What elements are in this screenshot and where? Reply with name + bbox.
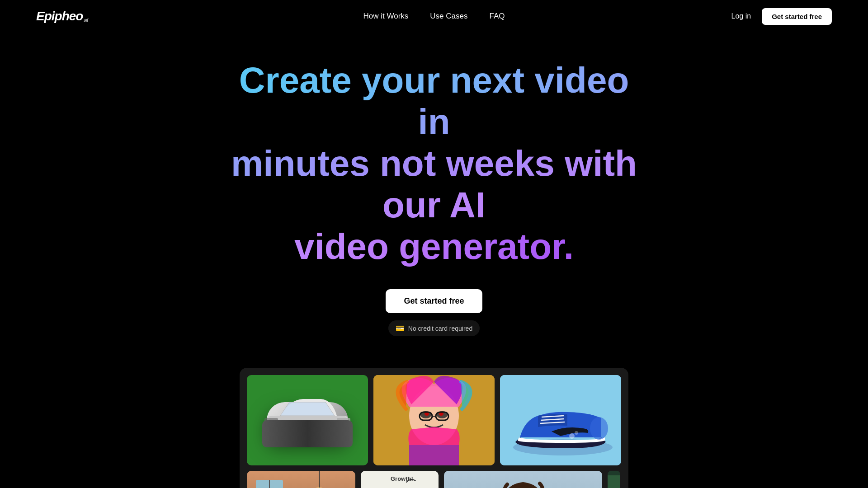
svg-point-26 — [569, 433, 575, 439]
gallery-section: Q1 Q2 Q3 Q4 Growth! — [240, 368, 628, 488]
svg-text:Growth!: Growth! — [391, 475, 413, 482]
svg-rect-9 — [264, 418, 278, 425]
nav-faq[interactable]: FAQ — [489, 12, 505, 21]
hero-title-text: Create your next video inminutes not wee… — [231, 60, 637, 267]
gallery-item-car — [247, 375, 368, 465]
svg-rect-10 — [337, 418, 350, 425]
gallery-partial-strip — [608, 471, 620, 488]
svg-point-8 — [327, 433, 333, 439]
cartoon-illustration — [444, 471, 602, 488]
nav-get-started-button[interactable]: Get started free — [762, 8, 832, 25]
gallery-bottom-row: Q1 Q2 Q3 Q4 Growth! — [247, 471, 621, 488]
svg-point-27 — [575, 431, 578, 435]
no-credit-card-badge: 💳 No credit card required — [388, 320, 480, 336]
sneaker-illustration — [500, 375, 621, 465]
svg-point-4 — [278, 430, 291, 442]
gallery-item-cartoon — [444, 471, 602, 488]
credit-card-icon: 💳 — [396, 324, 405, 333]
svg-point-25 — [590, 417, 608, 440]
logo[interactable]: Epipheoai — [36, 9, 88, 23]
navbar: Epipheoai How it Works Use Cases FAQ Log… — [0, 0, 868, 33]
svg-point-7 — [324, 430, 336, 442]
partial-strip-illustration — [608, 471, 620, 488]
nav-actions: Log in Get started free — [731, 8, 832, 25]
gallery-item-chart: Q1 Q2 Q3 Q4 Growth! — [361, 471, 439, 488]
logo-text: Epipheoai — [36, 9, 88, 23]
chart-illustration: Q1 Q2 Q3 Q4 Growth! — [361, 471, 439, 488]
nav-links: How it Works Use Cases FAQ — [363, 12, 505, 21]
svg-point-3 — [275, 426, 295, 446]
interior-illustration — [247, 471, 355, 488]
gallery-top-row — [247, 375, 621, 465]
gallery-item-woman — [373, 375, 495, 465]
svg-point-0 — [262, 426, 353, 442]
nav-how-it-works[interactable]: How it Works — [363, 12, 409, 21]
hero-section: Create your next video inminutes not wee… — [0, 33, 868, 354]
car-illustration — [253, 391, 362, 450]
svg-point-5 — [282, 433, 288, 439]
gallery-item-interior — [247, 471, 355, 488]
logo-ai: ai — [84, 17, 88, 23]
nav-use-cases[interactable]: Use Cases — [430, 12, 467, 21]
woman-illustration — [373, 375, 495, 465]
svg-point-6 — [320, 426, 340, 446]
svg-rect-78 — [608, 475, 620, 488]
hero-title: Create your next video inminutes not wee… — [231, 60, 637, 267]
svg-rect-2 — [269, 416, 346, 429]
hero-get-started-button[interactable]: Get started free — [386, 289, 482, 313]
hero-cta: Get started free 💳 No credit card requir… — [386, 289, 482, 336]
no-credit-card-text: No credit card required — [408, 325, 472, 332]
login-button[interactable]: Log in — [731, 12, 751, 20]
gallery-item-sneaker — [500, 375, 621, 465]
